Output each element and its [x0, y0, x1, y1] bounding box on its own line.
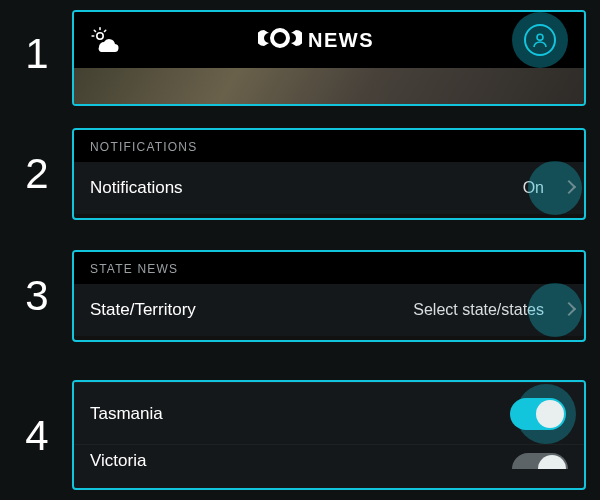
- step-number-2: 2: [12, 150, 62, 198]
- chevron-right-icon: [564, 180, 574, 196]
- brand-logo: NEWS: [258, 27, 374, 54]
- brand-text: NEWS: [308, 29, 374, 52]
- row-label: Notifications: [90, 178, 183, 198]
- svg-line-4: [105, 30, 106, 31]
- row-label: Victoria: [90, 451, 146, 471]
- section-header-notifications: NOTIFICATIONS: [74, 130, 584, 162]
- section-header-state-news: STATE NEWS: [74, 252, 584, 284]
- row-state-tasmania[interactable]: Tasmania: [74, 382, 584, 444]
- row-value: Select state/states: [413, 301, 544, 319]
- panel-header: NEWS: [72, 10, 586, 106]
- svg-line-3: [94, 30, 95, 31]
- toggle-tasmania[interactable]: [510, 398, 566, 430]
- step-number-1: 1: [12, 30, 62, 78]
- chevron-right-icon: [564, 302, 574, 318]
- row-state-territory[interactable]: State/Territory Select state/states: [74, 284, 584, 336]
- panel-state-toggles: Tasmania Victoria: [72, 380, 586, 490]
- row-state-next[interactable]: Victoria: [74, 444, 584, 472]
- svg-point-0: [97, 33, 103, 39]
- step-number-4: 4: [12, 412, 62, 460]
- toggle-partial-below: [512, 453, 568, 469]
- row-notifications[interactable]: Notifications On: [74, 162, 584, 214]
- step-number-3: 3: [12, 272, 62, 320]
- profile-button[interactable]: [512, 12, 568, 68]
- abc-logo-icon: [258, 27, 302, 54]
- panel-notifications: NOTIFICATIONS Notifications On: [72, 128, 586, 220]
- profile-icon: [524, 24, 556, 56]
- svg-point-5: [537, 34, 543, 40]
- panel-state-news: STATE NEWS State/Territory Select state/…: [72, 250, 586, 342]
- row-label: State/Territory: [90, 300, 196, 320]
- row-label: Tasmania: [90, 404, 163, 424]
- app-top-bar: NEWS: [74, 12, 584, 68]
- weather-icon[interactable]: [90, 27, 120, 53]
